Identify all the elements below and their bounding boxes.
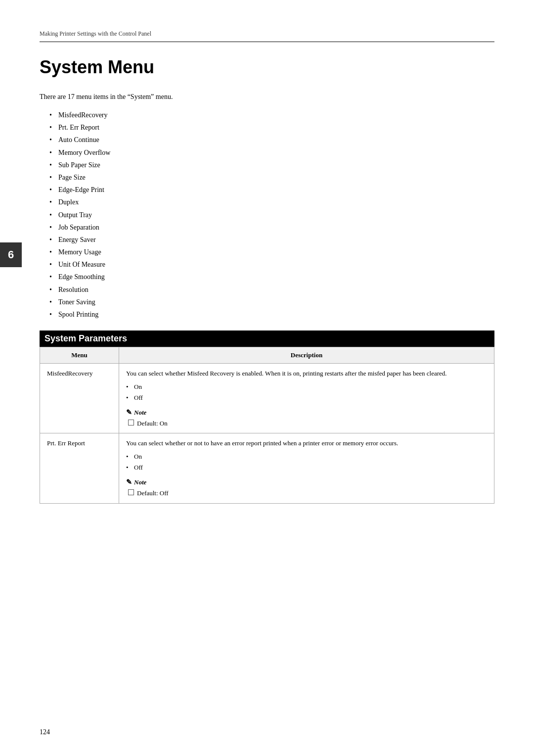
list-item: Job Separation [49, 221, 494, 234]
note-item: Default: On [126, 419, 487, 428]
note-item: Default: Off [126, 488, 487, 498]
list-item: Spool Printing [49, 308, 494, 321]
chapter-number: 6 [8, 248, 14, 261]
breadcrumb: Making Printer Settings with the Control… [40, 30, 151, 37]
options-list: OnOff [126, 381, 487, 403]
list-item: Memory Overflow [49, 146, 494, 159]
note-icon: ✎ [126, 407, 132, 418]
col-header-menu: Menu [40, 347, 119, 364]
menu-items-list: MisfeedRecoveryPrt. Err ReportAuto Conti… [49, 109, 494, 321]
note-heading: ✎Note [126, 407, 487, 418]
desc-cell: You can select whether or not to have an… [119, 433, 494, 503]
note-text: Default: Off [137, 488, 169, 498]
note-label: Note [134, 477, 146, 487]
table-row: MisfeedRecoveryYou can select whether Mi… [40, 364, 494, 433]
list-item: Output Tray [49, 209, 494, 221]
list-item: Edge Smoothing [49, 271, 494, 283]
list-item: Resolution [49, 284, 494, 296]
desc-cell: You can select whether Misfeed Recovery … [119, 364, 494, 433]
page-number: 124 [40, 728, 50, 736]
list-item: Auto Continue [49, 134, 494, 146]
intro-paragraph: There are 17 menu items in the “System” … [40, 92, 494, 102]
section-heading: System Parameters [44, 333, 127, 343]
list-item: MisfeedRecovery [49, 109, 494, 121]
list-item: Page Size [49, 171, 494, 184]
note-checkbox-icon [128, 420, 134, 425]
list-item: Toner Saving [49, 296, 494, 308]
section-heading-wrapper: System Parameters [40, 331, 494, 347]
list-item: Memory Usage [49, 246, 494, 258]
list-item: Duplex [49, 196, 494, 208]
note-text: Default: On [137, 419, 168, 428]
page: 6 Making Printer Settings with the Contr… [0, 0, 534, 756]
list-item: Prt. Err Report [49, 121, 494, 134]
note-heading: ✎Note [126, 477, 487, 487]
list-item: Energy Saver [49, 234, 494, 246]
note-section: ✎NoteDefault: Off [126, 477, 487, 498]
col-header-description: Description [119, 347, 494, 364]
chapter-tab: 6 [0, 242, 22, 267]
options-list: OnOff [126, 451, 487, 473]
table-row: Prt. Err ReportYou can select whether or… [40, 433, 494, 503]
params-table: Menu Description MisfeedRecoveryYou can … [40, 347, 494, 503]
note-section: ✎NoteDefault: On [126, 407, 487, 428]
note-checkbox-icon [128, 489, 134, 495]
list-item: Sub Paper Size [49, 159, 494, 171]
list-item: Unit Of Measure [49, 258, 494, 271]
page-footer: 124 [40, 728, 50, 736]
option-item: Off [126, 392, 487, 403]
description-text: You can select whether Misfeed Recovery … [126, 370, 447, 377]
note-label: Note [134, 408, 146, 418]
option-item: On [126, 381, 487, 392]
page-title: System Menu [40, 57, 494, 78]
table-body: MisfeedRecoveryYou can select whether Mi… [40, 364, 494, 503]
option-item: On [126, 451, 487, 462]
page-header: Making Printer Settings with the Control… [40, 30, 494, 42]
list-item: Edge-Edge Print [49, 184, 494, 196]
description-text: You can select whether or not to have an… [126, 439, 398, 447]
note-icon: ✎ [126, 477, 132, 487]
menu-cell: Prt. Err Report [40, 433, 119, 503]
option-item: Off [126, 462, 487, 473]
menu-cell: MisfeedRecovery [40, 364, 119, 433]
